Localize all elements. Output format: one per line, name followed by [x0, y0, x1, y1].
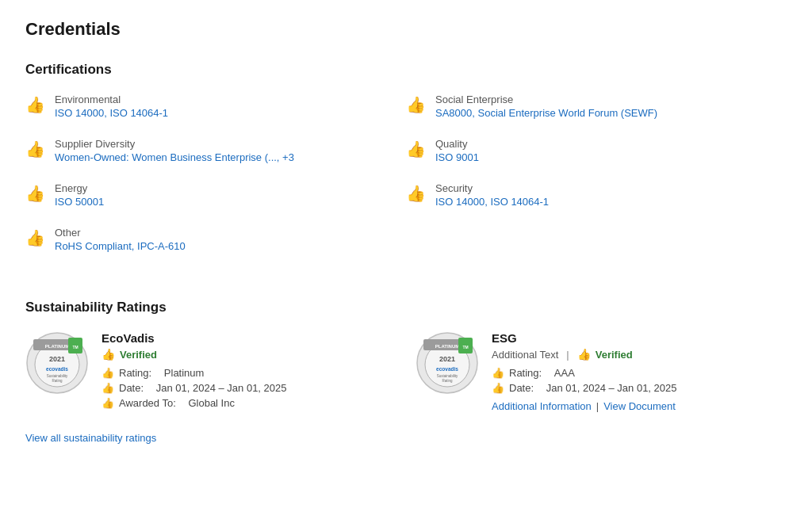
svg-text:ecovadis: ecovadis — [46, 366, 68, 372]
cert-item-other: 👍 Other RoHS Compliant, IPC-A-610 — [25, 227, 406, 252]
cert-label-security: Security — [435, 182, 549, 194]
svg-text:Sustainability: Sustainability — [437, 374, 458, 378]
thumb-icon-rating-ecovadis: 👍 — [102, 367, 114, 379]
thumbs-up-green-ecovadis: 👍 — [102, 348, 115, 361]
svg-text:Rating: Rating — [52, 379, 63, 383]
svg-text:TM: TM — [462, 345, 468, 350]
cert-item-supplier-diversity: 👍 Supplier Diversity Women-Owned: Women … — [25, 138, 406, 163]
cert-label-quality: Quality — [435, 138, 479, 150]
ecovadis-rating-label: Rating: — [119, 367, 151, 379]
svg-text:PLATINUM: PLATINUM — [45, 344, 70, 349]
cert-label-energy: Energy — [55, 182, 104, 194]
thumbs-up-icon-environmental: 👍 — [25, 95, 45, 114]
cert-item-security: 👍 Security ISO 14000, ISO 14064-1 — [406, 182, 787, 208]
additional-information-link[interactable]: Additional Information — [492, 400, 592, 412]
ecovadis-date-detail: 👍 Date: Jan 01, 2024 – Jan 01, 2025 — [102, 382, 287, 394]
esg-verified-label: Verified — [596, 349, 633, 361]
ecovadis-awarded-label: Awarded To: — [119, 397, 176, 409]
rating-card-esg: PLATINUM TM 2021 ecovadis Sustainability… — [416, 331, 787, 412]
ecovadis-badge: PLATINUM TM 2021 ecovadis Sustainability… — [25, 331, 89, 395]
cert-item-social: 👍 Social Enterprise SA8000, Social Enter… — [406, 94, 787, 119]
certifications-grid: 👍 Environmental ISO 14000, ISO 14064-1 👍… — [25, 94, 787, 271]
esg-date-value: Jan 01, 2024 – Jan 01, 2025 — [546, 382, 677, 394]
cert-label-environmental: Environmental — [55, 94, 168, 105]
cert-values-security[interactable]: ISO 14000, ISO 14064-1 — [435, 196, 549, 208]
cert-values-energy[interactable]: ISO 50001 — [55, 196, 104, 208]
esg-date-detail: 👍 Date: Jan 01, 2024 – Jan 01, 2025 — [492, 382, 677, 394]
ecovadis-awarded-detail: 👍 Awarded To: Global Inc — [102, 397, 287, 409]
svg-text:Rating: Rating — [442, 379, 453, 383]
ecovadis-awarded-value: Global Inc — [188, 397, 235, 409]
esg-rating-label: Rating: — [509, 367, 542, 379]
esg-date-label: Date: — [509, 382, 534, 394]
esg-info: ESG Additional Text | 👍 Verified 👍 Ratin… — [492, 331, 677, 412]
svg-text:2021: 2021 — [49, 355, 65, 363]
ecovadis-rating-detail: 👍 Rating: Platinum — [102, 367, 287, 379]
cert-item-quality: 👍 Quality ISO 9001 — [406, 138, 787, 163]
cert-item-environmental: 👍 Environmental ISO 14000, ISO 14064-1 — [25, 94, 406, 119]
esg-rating-value: AAA — [554, 367, 575, 379]
cert-values-environmental[interactable]: ISO 14000, ISO 14064-1 — [55, 107, 168, 119]
certifications-right-col: 👍 Social Enterprise SA8000, Social Enter… — [406, 94, 787, 271]
page-title: Credentials — [25, 19, 787, 40]
thumb-icon-awarded-ecovadis: 👍 — [102, 397, 114, 409]
ecovadis-date-label: Date: — [119, 382, 144, 394]
cert-label-other: Other — [55, 227, 186, 239]
esg-additional-links: Additional Information | View Document — [492, 400, 677, 412]
thumbs-up-green-esg: 👍 — [577, 348, 591, 361]
svg-text:ecovadis: ecovadis — [436, 366, 458, 372]
sustainability-section: Sustainability Ratings PLATINUM TM 2021 — [25, 300, 787, 444]
esg-separator: | — [566, 349, 569, 361]
ratings-grid: PLATINUM TM 2021 ecovadis Sustainability… — [25, 331, 787, 412]
cert-values-quality[interactable]: ISO 9001 — [435, 151, 479, 163]
ecovadis-info: EcoVadis 👍 Verified 👍 Rating: Platinum 👍… — [102, 331, 287, 412]
thumb-icon-rating-esg: 👍 — [492, 367, 504, 379]
thumbs-up-icon-other: 👍 — [25, 228, 45, 247]
cert-item-energy: 👍 Energy ISO 50001 — [25, 182, 406, 208]
cert-values-other[interactable]: RoHS Compliant, IPC-A-610 — [55, 240, 186, 252]
thumbs-up-icon-energy: 👍 — [25, 184, 45, 203]
svg-text:2021: 2021 — [439, 355, 455, 363]
sustainability-title: Sustainability Ratings — [25, 300, 787, 315]
thumbs-up-icon-supplier: 👍 — [25, 139, 45, 159]
esg-additional-text: Additional Text — [492, 349, 558, 361]
ecovadis-date-value: Jan 01, 2024 – Jan 01, 2025 — [156, 382, 287, 394]
links-separator: | — [596, 400, 599, 412]
cert-label-social: Social Enterprise — [435, 94, 657, 105]
svg-text:TM: TM — [72, 345, 78, 350]
thumb-icon-date-ecovadis: 👍 — [102, 382, 114, 394]
cert-label-supplier: Supplier Diversity — [55, 138, 294, 150]
svg-text:PLATINUM: PLATINUM — [435, 344, 460, 349]
esg-verified-row: Additional Text | 👍 Verified — [492, 348, 677, 361]
thumbs-up-icon-social: 👍 — [406, 95, 426, 114]
cert-values-social[interactable]: SA8000, Social Enterprise World Forum (S… — [435, 107, 657, 119]
cert-values-supplier[interactable]: Women-Owned: Women Business Enterprise (… — [55, 151, 294, 163]
view-document-link[interactable]: View Document — [603, 400, 676, 412]
ecovadis-name: EcoVadis — [102, 331, 287, 345]
ecovadis-verified-label: Verified — [120, 349, 157, 361]
esg-rating-detail: 👍 Rating: AAA — [492, 367, 677, 379]
thumb-icon-date-esg: 👍 — [492, 382, 504, 394]
ecovadis-rating-value: Platinum — [164, 367, 205, 379]
esg-name: ESG — [492, 331, 677, 345]
svg-text:Sustainability: Sustainability — [47, 374, 68, 378]
rating-card-ecovadis: PLATINUM TM 2021 ecovadis Sustainability… — [25, 331, 396, 412]
esg-badge: PLATINUM TM 2021 ecovadis Sustainability… — [416, 331, 479, 395]
certifications-left-col: 👍 Environmental ISO 14000, ISO 14064-1 👍… — [25, 94, 406, 271]
thumbs-up-icon-security: 👍 — [406, 184, 426, 203]
ecovadis-verified-row: 👍 Verified — [102, 348, 287, 361]
view-all-sustainability-link[interactable]: View all sustainability ratings — [25, 432, 156, 444]
thumbs-up-icon-quality: 👍 — [406, 139, 426, 159]
certifications-title: Certifications — [25, 62, 787, 78]
